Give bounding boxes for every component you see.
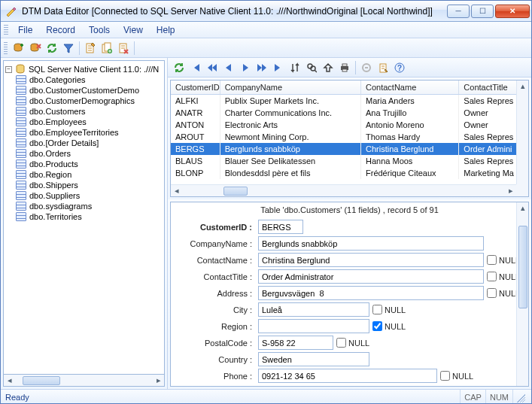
print-icon[interactable]: [336, 59, 353, 76]
tree-table-item[interactable]: dbo.EmployeeTerritories: [16, 127, 163, 138]
find-icon[interactable]: [303, 59, 320, 76]
menu-help[interactable]: Help: [150, 22, 182, 38]
scroll-left-icon[interactable]: ◂: [4, 375, 15, 386]
null-checkbox[interactable]: NULL: [487, 255, 520, 265]
tree-table-item[interactable]: dbo.Products: [16, 159, 163, 169]
tree-root[interactable]: − SQL Server Native Client 11.0: .///N: [5, 64, 163, 74]
tree-hscrollbar[interactable]: ◂ ▸: [3, 375, 165, 387]
field-input[interactable]: [258, 236, 484, 251]
tree-table-item[interactable]: dbo.Customers: [16, 106, 163, 117]
menu-record[interactable]: Record: [39, 22, 82, 38]
cell[interactable]: Antonio Moreno: [361, 119, 459, 131]
cell[interactable]: Electronic Arts: [220, 119, 360, 131]
table-row[interactable]: BERGSBerglunds snabbköpChristina Berglun…: [171, 143, 528, 155]
cell[interactable]: Charter Communications Inc.: [220, 107, 360, 119]
cell[interactable]: ALFKI: [171, 95, 220, 108]
prev-icon[interactable]: [220, 59, 237, 76]
last-icon[interactable]: [270, 59, 287, 76]
cell[interactable]: ANATR: [171, 107, 220, 119]
options-icon[interactable]: [375, 59, 391, 76]
field-input[interactable]: [258, 286, 484, 300]
tree-table-item[interactable]: dbo.Categories: [16, 74, 163, 85]
null-checkbox[interactable]: NULL: [487, 272, 520, 281]
cell[interactable]: Thomas Hardy: [361, 131, 459, 143]
column-header[interactable]: CompanyName: [220, 80, 360, 95]
goto-icon[interactable]: [320, 59, 336, 76]
table-row[interactable]: AROUTNewmont Mining Corp.Thomas HardySal…: [171, 131, 528, 143]
sort-icon[interactable]: [287, 59, 303, 76]
close-button[interactable]: ✕: [495, 5, 530, 18]
copy-record-icon[interactable]: [99, 40, 115, 56]
delete-record-icon[interactable]: [115, 40, 132, 56]
next-page-icon[interactable]: [254, 59, 270, 76]
filter-icon[interactable]: [60, 40, 77, 56]
help-icon[interactable]: ?: [391, 59, 408, 76]
cell[interactable]: BERGS: [171, 143, 220, 155]
scroll-right-icon[interactable]: ▸: [153, 375, 164, 386]
cell[interactable]: Blondesddsl père et fils: [220, 167, 360, 179]
menu-tools[interactable]: Tools: [82, 22, 117, 38]
table-row[interactable]: ANTONElectronic ArtsAntonio MorenoOwner: [171, 119, 528, 131]
scroll-right-icon[interactable]: ▸: [505, 185, 516, 196]
tree-table-item[interactable]: dbo.[Order Details]: [16, 138, 163, 148]
menu-file[interactable]: File: [11, 22, 39, 38]
scroll-up-icon[interactable]: ▴: [517, 80, 528, 92]
cell[interactable]: Christina Berglund: [361, 143, 459, 155]
table-row[interactable]: ALFKIPublix Super Markets Inc.Maria Ande…: [171, 95, 528, 108]
field-input[interactable]: [258, 302, 369, 317]
cell[interactable]: Frédérique Citeaux: [361, 167, 459, 179]
scroll-thumb[interactable]: [518, 226, 527, 308]
scroll-thumb[interactable]: [23, 376, 60, 385]
cell[interactable]: Publix Super Markets Inc.: [220, 95, 360, 108]
prev-page-icon[interactable]: [204, 59, 220, 76]
table-row[interactable]: BLONPBlondesddsl père et filsFrédérique …: [171, 167, 528, 179]
field-input[interactable]: [258, 352, 369, 366]
field-input[interactable]: [258, 319, 369, 333]
cell[interactable]: Maria Anders: [361, 95, 459, 108]
null-checkbox[interactable]: NULL: [372, 305, 406, 314]
first-icon[interactable]: [187, 59, 204, 76]
scroll-left-icon[interactable]: ◂: [171, 185, 182, 196]
cell[interactable]: Ana Trujillo: [361, 107, 459, 119]
next-icon[interactable]: [237, 59, 254, 76]
tree-table-item[interactable]: dbo.Territories: [16, 211, 163, 222]
menubar-grip[interactable]: [4, 25, 8, 35]
edit-record-icon[interactable]: [82, 40, 99, 56]
cell[interactable]: Newmont Mining Corp.: [220, 131, 360, 143]
cell[interactable]: ANTON: [171, 119, 220, 131]
tree-table-item[interactable]: dbo.Region: [16, 169, 163, 180]
data-grid[interactable]: CustomerIDCompanyNameContactNameContactT…: [170, 80, 529, 197]
tree-table-item[interactable]: dbo.Shippers: [16, 180, 163, 190]
remove-connection-icon[interactable]: [27, 40, 44, 56]
cell[interactable]: Blauer See Delikatessen: [220, 155, 360, 167]
tree-table-item[interactable]: dbo.CustomerDemographics: [16, 96, 163, 106]
new-connection-icon[interactable]: [11, 40, 27, 56]
null-checkbox[interactable]: NULL: [336, 338, 369, 348]
table-row[interactable]: BLAUSBlauer See DelikatessenHanna MoosSa…: [171, 155, 528, 167]
field-input[interactable]: [258, 269, 484, 284]
scroll-thumb[interactable]: [223, 187, 248, 196]
scroll-up-icon[interactable]: ▴: [517, 202, 528, 214]
cell[interactable]: AROUT: [171, 131, 220, 143]
resize-grip[interactable]: [512, 390, 527, 404]
tree-table-item[interactable]: dbo.Suppliers: [16, 190, 163, 201]
cell[interactable]: Hanna Moos: [361, 155, 459, 167]
null-checkbox[interactable]: NULL: [487, 288, 520, 298]
grid-vscrollbar[interactable]: ▴: [516, 80, 528, 184]
table-row[interactable]: ANATRCharter Communications Inc.Ana Truj…: [171, 107, 528, 119]
field-input[interactable]: [258, 220, 303, 234]
tree-table-item[interactable]: dbo.sysdiagrams: [16, 201, 163, 211]
tree-table-item[interactable]: dbo.CustomerCustomerDemo: [16, 85, 163, 96]
field-input[interactable]: [258, 336, 333, 350]
null-checkbox[interactable]: NULL: [440, 371, 473, 381]
tree-table-item[interactable]: dbo.Employees: [16, 117, 163, 127]
grid-hscrollbar[interactable]: ◂ ▸: [171, 184, 516, 196]
column-header[interactable]: ContactName: [361, 80, 459, 95]
maximize-button[interactable]: ☐: [471, 5, 494, 18]
minimize-button[interactable]: ─: [447, 5, 470, 18]
cell[interactable]: BLONP: [171, 167, 220, 179]
field-input[interactable]: [258, 369, 437, 383]
run-icon[interactable]: [171, 59, 187, 76]
menu-view[interactable]: View: [117, 22, 150, 38]
field-input[interactable]: [258, 253, 484, 267]
